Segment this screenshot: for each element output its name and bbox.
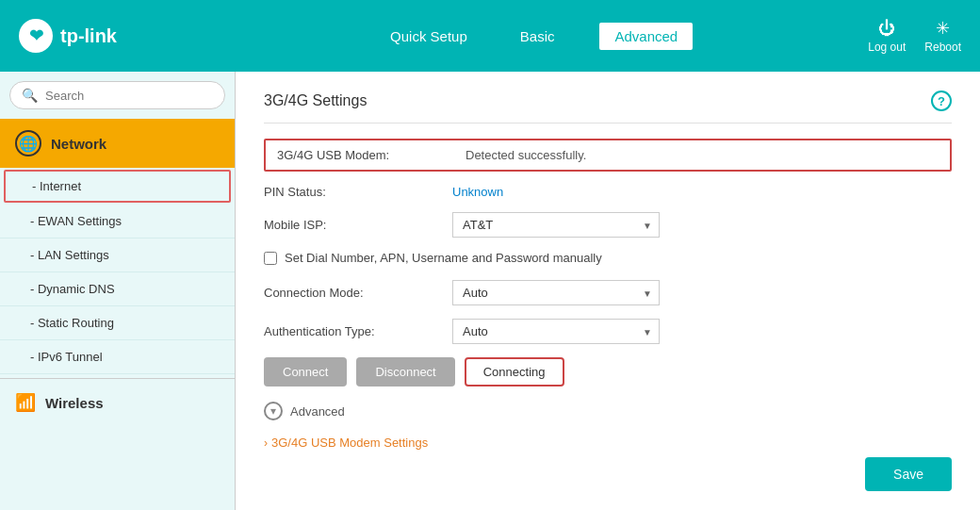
- manual-checkbox-label: Set Dial Number, APN, Username and Passw…: [285, 251, 602, 265]
- search-box[interactable]: 🔍: [9, 81, 225, 109]
- connect-button[interactable]: Connect: [264, 357, 347, 387]
- disconnect-button[interactable]: Disconnect: [356, 357, 454, 387]
- connection-mode-row: Connection Mode: Auto Manual ▼: [264, 280, 952, 305]
- main-nav: Quick Setup Basic Advanced: [207, 23, 868, 50]
- globe-icon: 🌐: [15, 130, 41, 156]
- modem-link-arrow-icon: ›: [264, 436, 268, 450]
- save-button[interactable]: Save: [865, 457, 952, 491]
- connection-mode-label: Connection Mode:: [264, 286, 452, 300]
- action-buttons-row: Connect Disconnect Connecting: [264, 357, 952, 387]
- advanced-row[interactable]: ▾ Advanced: [264, 402, 952, 420]
- reboot-icon: ✳: [936, 18, 950, 39]
- sidebar-item-ewan[interactable]: - EWAN Settings: [0, 205, 235, 239]
- mobile-isp-label: Mobile ISP:: [264, 218, 452, 232]
- sidebar-item-internet[interactable]: - Internet: [4, 170, 231, 203]
- connection-mode-select-wrapper: Auto Manual ▼: [452, 280, 660, 305]
- search-icon: 🔍: [22, 88, 38, 103]
- advanced-toggle-icon: ▾: [264, 402, 283, 420]
- help-icon[interactable]: ?: [931, 90, 952, 111]
- sidebar-item-network[interactable]: 🌐 Network: [0, 119, 235, 168]
- usb-modem-row: 3G/4G USB Modem: Detected successfully.: [264, 139, 952, 172]
- auth-type-row: Authentication Type: Auto PAP CHAP ▼: [264, 319, 952, 344]
- modem-settings-link[interactable]: › 3G/4G USB Modem Settings: [264, 436, 952, 450]
- reboot-button[interactable]: ✳ Reboot: [924, 18, 961, 54]
- connecting-button[interactable]: Connecting: [465, 357, 564, 387]
- auth-type-select-wrapper: Auto PAP CHAP ▼: [452, 319, 660, 344]
- header: ❤ tp-link Quick Setup Basic Advanced ⏻ L…: [0, 0, 980, 72]
- sidebar-item-lan[interactable]: - LAN Settings: [0, 239, 235, 272]
- pin-status-row: PIN Status: Unknown: [264, 185, 952, 199]
- manual-checkbox-row: Set Dial Number, APN, Username and Passw…: [264, 251, 952, 265]
- sidebar-item-wireless[interactable]: 📶 Wireless: [0, 378, 235, 426]
- wireless-label: Wireless: [45, 395, 104, 411]
- mobile-isp-row: Mobile ISP: AT&T T-Mobile Verizon Other …: [264, 212, 952, 238]
- layout: 🔍 🌐 Network - Internet - EWAN Settings -…: [0, 72, 980, 510]
- auth-type-label: Authentication Type:: [264, 324, 452, 338]
- advanced-label: Advanced: [290, 404, 345, 419]
- mobile-isp-select-wrapper: AT&T T-Mobile Verizon Other ▼: [452, 212, 660, 238]
- main-content: 3G/4G Settings ? 3G/4G USB Modem: Detect…: [236, 72, 980, 510]
- wifi-icon: 📶: [15, 392, 36, 413]
- usb-modem-label: 3G/4G USB Modem:: [277, 148, 466, 162]
- connection-mode-select[interactable]: Auto Manual: [452, 280, 660, 305]
- sidebar-item-static-routing[interactable]: - Static Routing: [0, 306, 235, 340]
- sidebar-item-ipv6[interactable]: - IPv6 Tunnel: [0, 340, 235, 374]
- logout-icon: ⏻: [878, 19, 895, 39]
- manual-checkbox[interactable]: [264, 252, 277, 265]
- tp-link-logo-icon: ❤: [19, 19, 53, 53]
- usb-modem-value: Detected successfully.: [466, 148, 586, 162]
- network-label: Network: [51, 136, 106, 152]
- logo-area: ❤ tp-link: [19, 19, 207, 53]
- header-actions: ⏻ Log out ✳ Reboot: [868, 18, 961, 54]
- auth-type-select[interactable]: Auto PAP CHAP: [452, 319, 660, 344]
- logout-button[interactable]: ⏻ Log out: [868, 19, 906, 54]
- mobile-isp-select[interactable]: AT&T T-Mobile Verizon Other: [452, 212, 660, 238]
- nav-quick-setup[interactable]: Quick Setup: [383, 25, 475, 48]
- sidebar-item-ddns[interactable]: - Dynamic DNS: [0, 272, 235, 306]
- pin-status-label: PIN Status:: [264, 185, 452, 199]
- logo-text: tp-link: [60, 25, 117, 47]
- page-title-row: 3G/4G Settings ?: [264, 90, 952, 123]
- nav-advanced[interactable]: Advanced: [599, 23, 693, 50]
- page-title: 3G/4G Settings: [264, 92, 367, 109]
- sidebar: 🔍 🌐 Network - Internet - EWAN Settings -…: [0, 72, 236, 510]
- search-input[interactable]: [45, 89, 213, 103]
- pin-status-value: Unknown: [452, 185, 503, 199]
- nav-basic[interactable]: Basic: [513, 25, 563, 48]
